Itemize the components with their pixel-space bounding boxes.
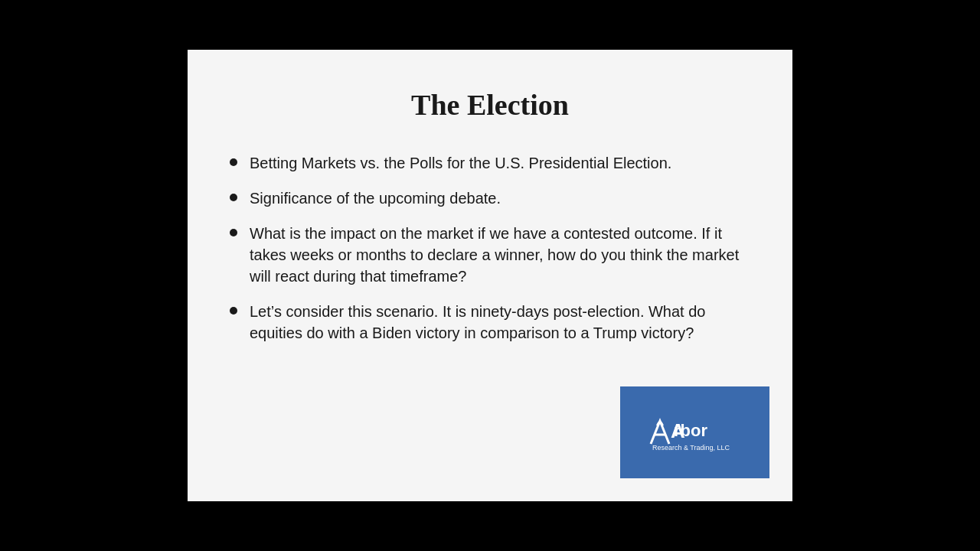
svg-text:A: A: [671, 419, 685, 442]
bullet-text-1: Betting Markets vs. the Polls for the U.…: [250, 152, 750, 174]
svg-text:Research & Trading, LLC: Research & Trading, LLC: [652, 444, 730, 452]
bullet-dot-1: [230, 158, 237, 166]
bullet-item-2: Significance of the upcoming debate.: [230, 187, 750, 209]
bullet-text-2: Significance of the upcoming debate.: [250, 187, 750, 209]
bullet-text-3: What is the impact on the market if we h…: [250, 223, 750, 287]
bullet-dot-3: [230, 229, 237, 236]
slide: The Election Betting Markets vs. the Pol…: [188, 50, 792, 501]
logo-svg: rbor A Research & Trading, LLC: [642, 412, 749, 454]
bullet-item-1: Betting Markets vs. the Polls for the U.…: [230, 152, 750, 174]
bullet-text-4: Let’s consider this scenario. It is nine…: [250, 301, 750, 344]
company-logo: rbor A Research & Trading, LLC: [620, 386, 769, 478]
bullet-item-3: What is the impact on the market if we h…: [230, 223, 750, 287]
bullet-dot-4: [230, 307, 237, 315]
bullet-dot-2: [230, 194, 237, 201]
bullet-item-4: Let’s consider this scenario. It is nine…: [230, 301, 750, 344]
slide-title: The Election: [230, 88, 750, 122]
